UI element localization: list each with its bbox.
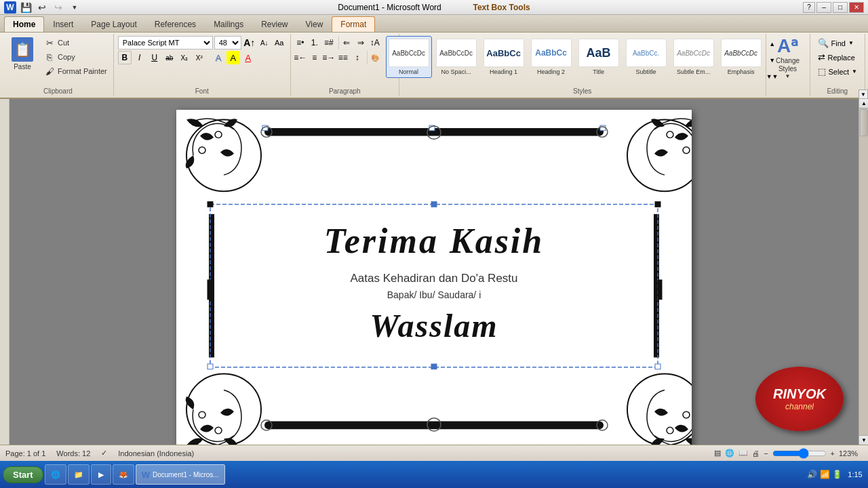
- paste-button[interactable]: 📋 Paste: [5, 36, 39, 71]
- font-color-btn[interactable]: A: [241, 51, 255, 64]
- svg-point-33: [597, 420, 608, 430]
- tab-insert[interactable]: Insert: [44, 16, 82, 32]
- minimize-btn[interactable]: –: [816, 2, 831, 13]
- proofing-icon[interactable]: ✓: [101, 449, 107, 458]
- svg-rect-26: [431, 364, 437, 369]
- style-subtle-em[interactable]: AaBbCcDc Subtle Em...: [671, 36, 717, 78]
- redo-quick-btn[interactable]: ↪: [52, 1, 65, 14]
- line-spacing-btn[interactable]: ↕: [351, 51, 364, 64]
- quick-launch-ie[interactable]: 🌐: [45, 464, 66, 485]
- view-normal-btn[interactable]: ▤: [714, 449, 721, 458]
- style-heading2[interactable]: AaBbCc Heading 2: [528, 36, 574, 78]
- strikethrough-btn[interactable]: ab: [163, 51, 176, 64]
- align-right-btn[interactable]: ≡→: [322, 51, 336, 64]
- italic-btn[interactable]: I: [133, 51, 146, 64]
- align-left-btn[interactable]: ≡←: [294, 51, 307, 64]
- increase-indent-btn[interactable]: ⇒: [354, 36, 368, 49]
- restore-btn[interactable]: □: [833, 2, 848, 13]
- clear-format-btn[interactable]: Aa: [273, 36, 286, 49]
- zoom-in-btn[interactable]: +: [831, 449, 835, 458]
- style-heading1[interactable]: AaBbCc Heading 1: [481, 36, 527, 78]
- tab-mailings[interactable]: Mailings: [205, 16, 252, 32]
- svg-point-30: [261, 127, 272, 137]
- zoom-level[interactable]: 123%: [839, 449, 863, 458]
- svg-point-29: [427, 418, 441, 431]
- decrease-indent-btn[interactable]: ⇐: [340, 36, 353, 49]
- style-emphasis[interactable]: AaBbCcDc Emphasis: [718, 36, 764, 78]
- ribbon-expand-btn[interactable]: ▼: [859, 89, 868, 99]
- view-print-btn[interactable]: 🖨: [752, 449, 760, 458]
- style-no-spacing[interactable]: AaBbCcDc No Spaci...: [433, 36, 479, 78]
- status-bar: Page: 1 of 1 Words: 12 ✓ Indonesian (Ind…: [0, 445, 868, 461]
- font-grow-btn[interactable]: A↑: [243, 36, 256, 49]
- font-shrink-btn[interactable]: A↓: [258, 36, 271, 49]
- sort-btn[interactable]: ↕A: [368, 36, 382, 49]
- tab-view[interactable]: View: [297, 16, 332, 32]
- style-subtitle-preview: AaBbCc.: [626, 39, 667, 67]
- view-web-btn[interactable]: 🌐: [725, 449, 734, 458]
- svg-point-28: [427, 126, 441, 139]
- quick-launch-media[interactable]: ▶: [91, 464, 111, 485]
- paste-icon: 📋: [12, 37, 33, 62]
- font-group-label: Font: [114, 87, 290, 95]
- align-center-btn[interactable]: ≡: [308, 51, 321, 64]
- taskbar-word[interactable]: W Document1 - Micros...: [136, 464, 225, 485]
- bullets-btn[interactable]: ≡•: [294, 36, 307, 49]
- tab-review[interactable]: Review: [252, 16, 296, 32]
- scroll-up-btn[interactable]: ▲: [859, 99, 868, 108]
- svg-rect-0: [264, 128, 604, 136]
- tab-format[interactable]: Format: [332, 16, 375, 32]
- change-styles-button[interactable]: Aᵃ Change Styles ▼: [769, 36, 807, 78]
- justify-btn[interactable]: ≡≡: [336, 51, 350, 64]
- document-page: Terima Kasih Aatas Kehadiran dan Do'a Re…: [176, 110, 692, 445]
- cut-button[interactable]: ✂ Cut: [41, 36, 111, 49]
- select-button[interactable]: ⬚ Select ▼: [813, 64, 863, 79]
- copy-button[interactable]: ⎘ Copy: [41, 50, 111, 64]
- word-logo[interactable]: W: [4, 1, 16, 14]
- replace-button[interactable]: ⇄ Replace: [813, 50, 863, 64]
- zoom-out-btn[interactable]: −: [764, 449, 768, 458]
- highlight-btn[interactable]: A: [226, 51, 240, 64]
- underline-btn[interactable]: U: [148, 51, 161, 64]
- save-quick-btn[interactable]: 💾: [19, 1, 33, 14]
- font-row-2: B I U ab X₂ X² A A A: [118, 51, 255, 64]
- scroll-thumb[interactable]: [860, 109, 868, 136]
- tab-page-layout[interactable]: Page Layout: [82, 16, 145, 32]
- multilevel-btn[interactable]: ≡#: [322, 36, 336, 49]
- quick-launch-firefox[interactable]: 🦊: [113, 464, 134, 485]
- quick-launch-folder[interactable]: 📁: [68, 464, 90, 485]
- close-btn[interactable]: ✕: [849, 2, 864, 13]
- qa-dropdown-btn[interactable]: ▼: [68, 1, 81, 14]
- font-size-select[interactable]: 48: [214, 36, 241, 49]
- numbering-btn[interactable]: 1.: [308, 36, 321, 49]
- undo-quick-btn[interactable]: ↩: [35, 1, 49, 14]
- style-subtitle-name: Subtitle: [636, 68, 656, 75]
- vertical-scrollbar[interactable]: ▲ ▼: [859, 99, 868, 445]
- zoom-slider[interactable]: [772, 449, 827, 458]
- font-row-1: Palace Script MT 48 A↑ A↓ Aa: [118, 36, 286, 49]
- scroll-down-btn[interactable]: ▼: [859, 435, 868, 445]
- bold-btn[interactable]: B: [118, 51, 132, 64]
- tab-home[interactable]: Home: [4, 16, 44, 32]
- text-effect-btn[interactable]: A: [212, 51, 225, 64]
- help-btn[interactable]: ?: [803, 2, 815, 13]
- bapak-text: Bapak/ Ibu/ Saudara/ i: [324, 289, 545, 300]
- style-title[interactable]: AaB Title: [576, 36, 622, 78]
- start-button[interactable]: Start: [3, 466, 43, 483]
- document-viewport: Terima Kasih Aatas Kehadiran dan Do'a Re…: [9, 99, 859, 445]
- shading-btn[interactable]: 🎨: [368, 51, 382, 64]
- style-subtitle[interactable]: AaBbCc. Subtitle: [623, 36, 669, 78]
- superscript-btn[interactable]: X²: [193, 51, 206, 64]
- view-read-btn[interactable]: 📖: [738, 449, 748, 458]
- format-painter-button[interactable]: 🖌 Format Painter: [41, 64, 111, 78]
- svg-point-12: [199, 411, 205, 418]
- font-name-select[interactable]: Palace Script MT: [118, 36, 213, 49]
- scroll-track[interactable]: [859, 108, 868, 435]
- svg-rect-20: [208, 202, 213, 207]
- style-normal[interactable]: AaBbCcDc Normal: [386, 36, 432, 78]
- style-heading1-preview: AaBbCc: [484, 39, 524, 67]
- find-button[interactable]: 🔍 Find ▼: [813, 36, 863, 50]
- subscript-btn[interactable]: X₂: [178, 51, 191, 64]
- tab-references[interactable]: References: [146, 16, 205, 32]
- language-status[interactable]: Indonesian (Indonesia): [118, 449, 194, 458]
